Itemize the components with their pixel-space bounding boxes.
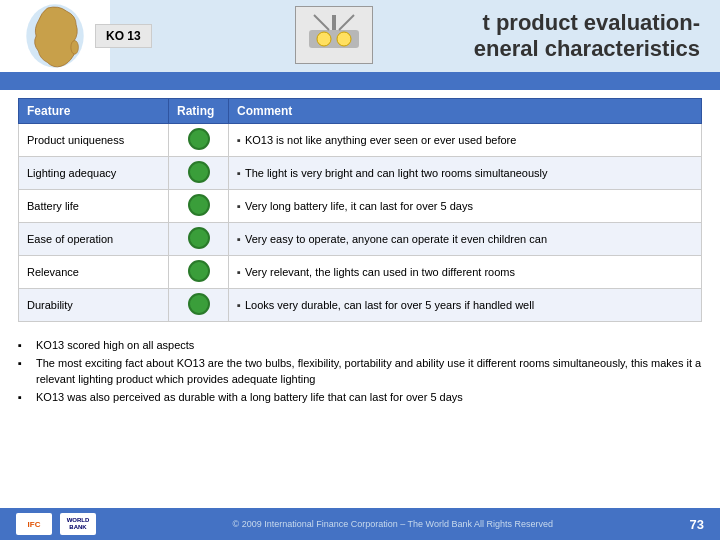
comment-bullet-icon: ▪ <box>237 266 241 278</box>
table-cell-comment: ▪Looks very durable, can last for over 5… <box>229 289 702 322</box>
table-row: Relevance▪Very relevant, the lights can … <box>19 256 702 289</box>
footer-copyright: © 2009 International Finance Corporation… <box>96 519 690 529</box>
footer-page-number: 73 <box>690 517 704 532</box>
comment-bullet-icon: ▪ <box>237 134 241 146</box>
rating-circle-icon <box>188 293 210 315</box>
note-text: KO13 was also perceived as durable with … <box>36 390 463 405</box>
table-row: Battery life▪Very long battery life, it … <box>19 190 702 223</box>
table-cell-rating <box>169 256 229 289</box>
table-cell-feature: Product uniqueness <box>19 124 169 157</box>
comment-bullet-icon: ▪ <box>237 299 241 311</box>
table-cell-rating <box>169 223 229 256</box>
table-cell-feature: Battery life <box>19 190 169 223</box>
footer: IFC WORLDBANK © 2009 International Finan… <box>0 508 720 540</box>
table-cell-feature: Relevance <box>19 256 169 289</box>
product-image-area <box>295 6 373 64</box>
bottom-notes: ▪KO13 scored high on all aspects▪The mos… <box>0 334 720 413</box>
table-cell-feature: Ease of operation <box>19 223 169 256</box>
table-header-feature: Feature <box>19 99 169 124</box>
blue-divider-band <box>0 72 720 90</box>
table-cell-comment: ▪The light is very bright and can light … <box>229 157 702 190</box>
table-cell-rating <box>169 157 229 190</box>
header: KO 13 t product evaluation- eneral chara… <box>0 0 720 72</box>
ko13-badge: KO 13 <box>95 24 152 48</box>
svg-line-7 <box>339 15 354 30</box>
svg-point-4 <box>337 32 351 46</box>
ifc-logo: IFC <box>16 513 52 535</box>
note-bullet-icon: ▪ <box>18 338 32 353</box>
table-row: Product uniqueness▪KO13 is not like anyt… <box>19 124 702 157</box>
table-cell-comment: ▪Very easy to operate, anyone can operat… <box>229 223 702 256</box>
rating-circle-icon <box>188 227 210 249</box>
comment-bullet-icon: ▪ <box>237 167 241 179</box>
rating-circle-icon <box>188 194 210 216</box>
table-row: Lighting adequacy▪The light is very brig… <box>19 157 702 190</box>
main-content: Feature Rating Comment Product uniquenes… <box>0 90 720 334</box>
rating-circle-icon <box>188 161 210 183</box>
note-text: The most exciting fact about KO13 are th… <box>36 356 702 387</box>
note-bullet-icon: ▪ <box>18 390 32 405</box>
table-cell-rating <box>169 190 229 223</box>
header-title-area: t product evaluation- eneral characteris… <box>110 0 720 72</box>
svg-rect-5 <box>332 15 336 30</box>
table-cell-comment: ▪Very relevant, the lights can used in t… <box>229 256 702 289</box>
table-header-comment: Comment <box>229 99 702 124</box>
comment-bullet-icon: ▪ <box>237 233 241 245</box>
africa-map-icon <box>16 2 94 70</box>
note-item: ▪The most exciting fact about KO13 are t… <box>18 356 702 387</box>
rating-circle-icon <box>188 260 210 282</box>
table-cell-feature: Lighting adequacy <box>19 157 169 190</box>
svg-point-1 <box>71 41 79 55</box>
note-item: ▪KO13 was also perceived as durable with… <box>18 390 702 405</box>
svg-point-3 <box>317 32 331 46</box>
note-text: KO13 scored high on all aspects <box>36 338 194 353</box>
note-bullet-icon: ▪ <box>18 356 32 371</box>
table-cell-rating <box>169 124 229 157</box>
header-left <box>0 0 110 72</box>
table-cell-comment: ▪Very long battery life, it can last for… <box>229 190 702 223</box>
table-header-rating: Rating <box>169 99 229 124</box>
product-image-icon <box>304 10 364 60</box>
svg-line-6 <box>314 15 329 30</box>
note-item: ▪KO13 scored high on all aspects <box>18 338 702 353</box>
table-row: Durability▪Looks very durable, can last … <box>19 289 702 322</box>
table-row: Ease of operation▪Very easy to operate, … <box>19 223 702 256</box>
table-cell-feature: Durability <box>19 289 169 322</box>
table-cell-rating <box>169 289 229 322</box>
footer-logos: IFC WORLDBANK <box>16 513 96 535</box>
rating-circle-icon <box>188 128 210 150</box>
evaluation-table: Feature Rating Comment Product uniquenes… <box>18 98 702 322</box>
product-image <box>295 6 373 64</box>
worldbank-logo: WORLDBANK <box>60 513 96 535</box>
comment-bullet-icon: ▪ <box>237 200 241 212</box>
page-title: t product evaluation- eneral characteris… <box>474 10 700 62</box>
table-cell-comment: ▪KO13 is not like anything ever seen or … <box>229 124 702 157</box>
